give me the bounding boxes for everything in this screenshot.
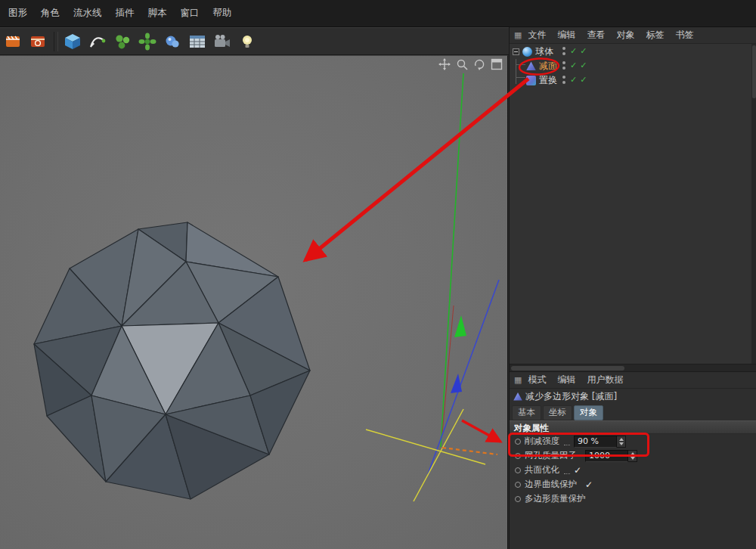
render-settings-icon[interactable] (26, 29, 50, 53)
enabled-check-icon[interactable]: ✓ (580, 60, 587, 70)
coplanar-optimization-checkbox[interactable]: ✓ (574, 465, 581, 476)
right-panel-column: ▦ 文件 编辑 查看 对象 标签 书签 球体 ✓ ✓ (509, 27, 756, 549)
boundary-curve-protection-checkbox[interactable]: ✓ (585, 479, 593, 490)
render-clapper-icon[interactable] (2, 29, 25, 53)
polygon-reduction-object-icon (513, 392, 522, 402)
dotted-leader (564, 437, 570, 445)
world-axes (366, 73, 499, 501)
lowpoly-sphere-mesh (34, 222, 310, 499)
dotted-leader (564, 466, 570, 473)
enabled-check-icon[interactable]: ✓ (570, 75, 577, 85)
keyframe-dot-icon[interactable] (515, 453, 521, 459)
object-manager-menubar: ▦ 文件 编辑 查看 对象 标签 书签 (510, 27, 756, 44)
visibility-dots-icon[interactable] (561, 60, 567, 70)
om-menu-view[interactable]: 查看 (587, 29, 605, 42)
keyframe-dot-icon[interactable] (515, 496, 521, 502)
tab-basic[interactable]: 基本 (512, 405, 541, 420)
cube-primitive-icon[interactable] (60, 29, 84, 53)
stepper-arrows[interactable] (628, 450, 637, 462)
attribute-tabs: 基本 坐标 对象 (510, 405, 756, 420)
object-name[interactable]: 置换 (539, 74, 557, 87)
metaball-icon[interactable] (160, 29, 184, 53)
panel-grid-icon[interactable]: ▦ (514, 30, 522, 40)
om-menu-file[interactable]: 文件 (528, 29, 546, 42)
object-manager: ▦ 文件 编辑 查看 对象 标签 书签 球体 ✓ ✓ (510, 27, 756, 371)
viewport-controls (438, 58, 503, 70)
object-row-sphere[interactable]: 球体 ✓ ✓ (510, 45, 756, 58)
object-tree: 球体 ✓ ✓ 减面 ✓ ✓ 置换 (510, 44, 756, 364)
property-label: 削减强度 (525, 436, 559, 447)
om-menu-edit[interactable]: 编辑 (557, 29, 575, 42)
menu-item-pipeline[interactable]: 流水线 (67, 7, 109, 20)
property-row-reduction-strength: 削减强度 90 % (510, 434, 756, 448)
property-row-coplanar-optimization: 共面优化 ✓ (510, 463, 756, 477)
property-label: 多边形质量保护 (525, 493, 586, 504)
om-menu-tags[interactable]: 标签 (646, 29, 664, 42)
menu-item-character[interactable]: 角色 (34, 7, 67, 20)
am-menu-edit[interactable]: 编辑 (557, 374, 575, 386)
perspective-viewport[interactable] (0, 55, 508, 549)
enabled-check-icon[interactable]: ✓ (580, 46, 587, 56)
enabled-check-icon[interactable]: ✓ (570, 60, 577, 70)
pan-icon[interactable] (438, 58, 451, 70)
om-horizontal-scrollbar[interactable] (510, 364, 756, 371)
maximize-icon[interactable] (491, 58, 503, 70)
displace-object-icon (526, 76, 536, 85)
y-axis-arrow-icon (454, 315, 466, 337)
om-menu-objects[interactable]: 对象 (616, 29, 634, 42)
pen-spline-icon[interactable] (85, 29, 109, 53)
object-row-displace[interactable]: 置换 ✓ ✓ (510, 74, 756, 87)
keyframe-dot-icon[interactable] (515, 439, 521, 445)
main-menubar: 图形 角色 流水线 插件 脚本 窗口 帮助 (0, 0, 756, 27)
attribute-object-title: 减少多边形对象 [减面] (525, 390, 617, 403)
sphere-object-icon (522, 47, 532, 57)
menu-item-mograph[interactable]: 图形 (2, 7, 34, 20)
property-label: 边界曲线保护 (525, 479, 577, 490)
tab-object[interactable]: 对象 (574, 405, 603, 420)
table-grid-icon[interactable] (185, 29, 209, 53)
toolbar-separator (54, 32, 58, 51)
object-toggles: ✓ ✓ (561, 46, 587, 56)
keyframe-dot-icon[interactable] (515, 467, 521, 473)
light-icon[interactable] (235, 29, 259, 53)
keyframe-dot-icon[interactable] (515, 482, 521, 488)
deformer-icon[interactable] (135, 29, 159, 53)
attribute-manager-menubar: ▦ 模式 编辑 用户数据 (510, 372, 756, 389)
enabled-check-icon[interactable]: ✓ (570, 46, 577, 56)
attribute-manager: ▦ 模式 编辑 用户数据 减少多边形对象 [减面] 基本 坐标 对象 对象属性 … (510, 371, 756, 549)
object-name[interactable]: 减面 (539, 60, 557, 73)
reduction-strength-input[interactable]: 90 % (574, 436, 617, 448)
rotate-icon[interactable] (473, 58, 485, 70)
mograph-array-icon[interactable] (110, 29, 134, 53)
property-label: 网孔质量因子 (525, 450, 577, 461)
object-properties-header: 对象属性 (510, 420, 756, 434)
om-vertical-scrollbar[interactable] (751, 44, 756, 364)
collapse-icon[interactable] (513, 48, 519, 55)
visibility-dots-icon[interactable] (561, 46, 567, 56)
menu-item-plugins[interactable]: 插件 (109, 7, 141, 20)
menu-item-window[interactable]: 窗口 (174, 7, 206, 20)
property-row-boundary-curve-protection: 边界曲线保护 ✓ (510, 477, 756, 492)
menu-item-script[interactable]: 脚本 (141, 7, 174, 20)
panel-grid-icon[interactable]: ▦ (514, 375, 522, 385)
property-row-polygon-quality-protection: 多边形质量保护 (510, 492, 756, 506)
tab-coordinates[interactable]: 坐标 (543, 405, 572, 420)
enabled-check-icon[interactable]: ✓ (580, 75, 587, 85)
visibility-dots-icon[interactable] (561, 75, 567, 85)
camera-icon[interactable] (210, 29, 234, 53)
zoom-icon[interactable] (456, 58, 468, 70)
object-name[interactable]: 球体 (535, 45, 553, 58)
am-menu-mode[interactable]: 模式 (528, 374, 546, 386)
stepper-arrows[interactable] (617, 436, 626, 448)
property-label: 共面优化 (525, 464, 559, 476)
menu-item-help[interactable]: 帮助 (206, 7, 239, 20)
object-toggles: ✓ ✓ (561, 75, 587, 85)
attribute-title-row: 减少多边形对象 [减面] (510, 389, 756, 405)
mesh-quality-factor-input[interactable]: 1000 (585, 450, 628, 462)
property-row-mesh-quality-factor: 网孔质量因子 1000 (510, 448, 756, 463)
object-row-reduction[interactable]: 减面 ✓ ✓ (510, 60, 756, 73)
am-menu-userdata[interactable]: 用户数据 (587, 374, 623, 386)
polygon-reduction-object-icon (526, 61, 536, 71)
om-menu-bookmarks[interactable]: 书签 (675, 29, 693, 42)
object-toggles: ✓ ✓ (561, 60, 587, 70)
